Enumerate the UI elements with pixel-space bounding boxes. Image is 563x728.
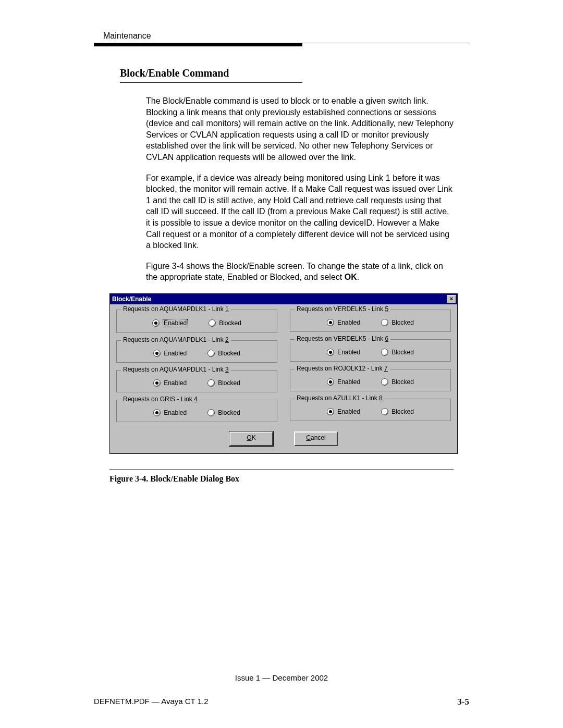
block-enable-dialog: Block/Enable × Requests on AQUAMAPDLK1 -… <box>109 293 458 454</box>
radio-enabled-link8[interactable]: Enabled <box>327 408 360 415</box>
header-rule-thick <box>94 43 302 46</box>
radio-enabled-link6[interactable]: Enabled <box>327 349 360 356</box>
dialog-left-column: Requests on AQUAMAPDLK1 - Link 1 Enabled… <box>116 310 277 422</box>
page-number: 3-5 <box>457 697 469 707</box>
radio-enabled-link2[interactable]: Enabled <box>153 350 187 357</box>
para3-pre: Figure 3-4 shows the Block/Enable screen… <box>146 262 443 282</box>
group-link-3: Requests on AQUAMAPDLK1 - Link 3 Enabled… <box>116 370 277 392</box>
group-link-5: Requests on VERDELK5 - Link 5 Enabled Bl… <box>290 310 451 332</box>
group-link-4: Requests on GRIS - Link 4 Enabled Blocke… <box>116 400 277 422</box>
body-paragraph-3: Figure 3-4 shows the Block/Enable screen… <box>146 261 454 283</box>
group-link-8: Requests on AZULLK1 - Link 8 Enabled Blo… <box>290 399 451 421</box>
group-legend: Requests on AQUAMAPDLK1 - Link 3 <box>121 366 231 373</box>
dialog-title: Block/Enable <box>112 295 151 303</box>
heading-underline <box>120 82 302 83</box>
radio-enabled-link5[interactable]: Enabled <box>327 319 360 326</box>
dialog-titlebar[interactable]: Block/Enable × <box>110 294 457 304</box>
section-heading: Block/Enable Command <box>120 67 469 79</box>
group-link-1: Requests on AQUAMAPDLK1 - Link 1 Enabled… <box>116 310 277 333</box>
radio-enabled-link1[interactable]: Enabled <box>152 319 188 327</box>
close-icon[interactable]: × <box>447 295 456 303</box>
group-link-2: Requests on AQUAMAPDLK1 - Link 2 Enabled… <box>116 340 277 363</box>
radio-blocked-link7[interactable]: Blocked <box>381 378 414 386</box>
radio-blocked-link5[interactable]: Blocked <box>381 319 414 326</box>
group-legend: Requests on AQUAMAPDLK1 - Link 2 <box>121 336 231 343</box>
group-link-6: Requests on VERDELK5 - Link 6 Enabled Bl… <box>290 339 451 362</box>
radio-bullet <box>209 319 216 327</box>
para3-bold: OK <box>345 273 357 281</box>
radio-enabled-link4[interactable]: Enabled <box>153 409 187 416</box>
radio-blocked-link2[interactable]: Blocked <box>207 350 240 357</box>
body-paragraph-2: For example, if a device was already bei… <box>146 172 454 251</box>
radio-enabled-link7[interactable]: Enabled <box>327 378 360 386</box>
dialog-right-column: Requests on VERDELK5 - Link 5 Enabled Bl… <box>290 310 451 422</box>
radio-blocked-link6[interactable]: Blocked <box>381 349 414 356</box>
group-legend: Requests on GRIS - Link 4 <box>121 396 200 403</box>
radio-blocked-link3[interactable]: Blocked <box>207 379 240 387</box>
figure-rule <box>109 470 454 470</box>
ok-button[interactable]: OK <box>229 431 273 446</box>
body-paragraph-1: The Block/Enable command is used to bloc… <box>146 95 454 163</box>
radio-blocked-link8[interactable]: Blocked <box>381 408 414 415</box>
footer-issue: Issue 1 — December 2002 <box>0 673 563 682</box>
para3-post: . <box>357 273 359 281</box>
group-legend: Requests on ROJOLK12 - Link 7 <box>295 365 390 372</box>
footer-doc: DEFNETM.PDF — Avaya CT 1.2 <box>94 697 209 707</box>
group-legend: Requests on AQUAMAPDLK1 - Link 1 <box>121 305 231 313</box>
group-legend: Requests on VERDELK5 - Link 6 <box>295 335 390 342</box>
radio-blocked-link1[interactable]: Blocked <box>209 319 241 327</box>
cancel-button[interactable]: Cancel <box>294 431 338 446</box>
group-legend: Requests on VERDELK5 - Link 5 <box>295 305 390 313</box>
running-header: Maintenance <box>103 31 469 41</box>
group-legend: Requests on AZULLK1 - Link 8 <box>295 394 385 402</box>
figure-caption: Figure 3-4. Block/Enable Dialog Box <box>109 474 469 484</box>
group-link-7: Requests on ROJOLK12 - Link 7 Enabled Bl… <box>290 369 451 391</box>
radio-enabled-link3[interactable]: Enabled <box>153 379 187 387</box>
radio-bullet-selected <box>152 319 160 327</box>
radio-blocked-link4[interactable]: Blocked <box>207 409 240 416</box>
